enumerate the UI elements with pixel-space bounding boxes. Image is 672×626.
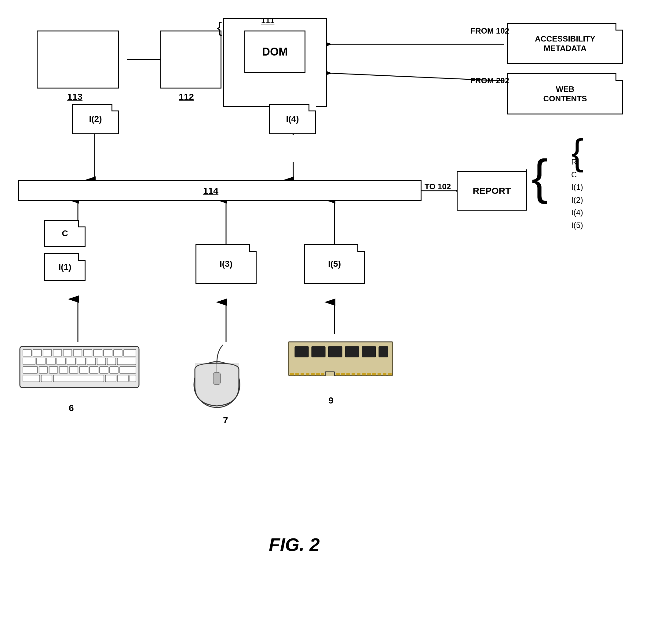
svg-rect-82 <box>357 373 360 375</box>
device6-label: 6 <box>69 403 74 413</box>
svg-rect-51 <box>120 367 136 373</box>
svg-rect-52 <box>23 375 40 382</box>
i1-label: I(1) <box>58 262 71 272</box>
svg-rect-87 <box>383 373 386 375</box>
svg-rect-34 <box>47 358 55 365</box>
diagram: { 113 112 DOM { 111 ACCESSIBILITYMETADAT… <box>0 0 672 626</box>
label-113: 113 <box>67 92 82 102</box>
svg-rect-65 <box>312 346 325 357</box>
to102-label: TO 102 <box>425 182 451 192</box>
svg-rect-80 <box>346 373 350 375</box>
svg-rect-83 <box>362 373 366 375</box>
i4-doc: I(4) <box>269 104 316 134</box>
svg-rect-71 <box>290 373 294 375</box>
svg-rect-35 <box>57 358 65 365</box>
svg-rect-29 <box>103 349 112 356</box>
svg-rect-67 <box>345 346 359 357</box>
svg-rect-33 <box>37 358 45 365</box>
svg-rect-31 <box>124 349 136 356</box>
svg-rect-46 <box>69 367 78 373</box>
svg-rect-23 <box>43 349 52 356</box>
svg-rect-44 <box>49 367 58 373</box>
webcontents-doc: WEBCONTENTS <box>507 73 623 115</box>
svg-rect-45 <box>59 367 68 373</box>
svg-rect-43 <box>39 367 48 373</box>
svg-rect-55 <box>105 375 116 382</box>
mouse-icon <box>189 342 269 403</box>
svg-rect-53 <box>41 375 52 382</box>
svg-rect-56 <box>118 375 128 382</box>
svg-rect-40 <box>107 358 116 365</box>
svg-rect-26 <box>73 349 82 356</box>
from202-label: FROM 202 <box>471 76 509 86</box>
svg-rect-72 <box>295 373 299 375</box>
keyboard-icon <box>18 342 141 397</box>
brace-111: { <box>217 20 222 35</box>
svg-rect-54 <box>53 375 104 382</box>
svg-rect-79 <box>341 373 345 375</box>
svg-rect-86 <box>378 373 381 375</box>
svg-rect-24 <box>53 349 62 356</box>
report-brace: { <box>531 153 548 201</box>
report-doc-fold <box>457 169 527 172</box>
svg-rect-61 <box>213 372 220 384</box>
svg-rect-84 <box>367 373 371 375</box>
i5-doc: I(5) <box>304 244 365 284</box>
c-label: C <box>62 229 68 239</box>
i4-label: I(4) <box>286 114 299 124</box>
c-doc: C <box>44 220 86 247</box>
dom-box: DOM <box>244 30 306 73</box>
svg-rect-88 <box>388 373 391 375</box>
svg-rect-81 <box>352 373 355 375</box>
box-113 <box>37 30 119 89</box>
chip-icon <box>286 330 402 391</box>
svg-rect-30 <box>114 349 122 356</box>
svg-rect-50 <box>110 367 118 373</box>
svg-rect-39 <box>97 358 106 365</box>
i3-doc: I(3) <box>195 244 257 284</box>
svg-rect-64 <box>295 346 309 357</box>
i3-label: I(3) <box>220 259 233 269</box>
svg-rect-36 <box>67 358 75 365</box>
svg-rect-75 <box>311 373 315 375</box>
svg-rect-25 <box>63 349 72 356</box>
webcontents-label: WEBCONTENTS <box>544 84 587 103</box>
report-label: REPORT <box>473 185 511 196</box>
box-114 <box>18 180 422 201</box>
svg-rect-74 <box>306 373 309 375</box>
label-111: 111 <box>261 16 274 25</box>
svg-rect-28 <box>94 349 102 356</box>
svg-rect-42 <box>23 367 38 373</box>
svg-rect-48 <box>90 367 98 373</box>
accessibility-doc: ACCESSIBILITYMETADATA <box>507 23 623 64</box>
svg-rect-27 <box>83 349 92 356</box>
svg-rect-21 <box>23 349 31 356</box>
svg-rect-70 <box>325 372 334 376</box>
brace-content: RCI(1)I(2)I(4)I(5) <box>571 156 583 232</box>
dom-label: DOM <box>262 46 288 58</box>
svg-rect-38 <box>87 358 96 365</box>
i2-label: I(2) <box>89 114 102 124</box>
svg-rect-32 <box>23 358 35 365</box>
report-box: REPORT <box>457 171 527 210</box>
svg-rect-69 <box>379 346 388 357</box>
accessibility-label: ACCESSIBILITYMETADATA <box>535 34 595 53</box>
fig-label: FIG. 2 <box>269 534 320 555</box>
svg-rect-41 <box>117 358 136 365</box>
svg-rect-57 <box>130 375 136 382</box>
svg-rect-47 <box>79 367 88 373</box>
svg-rect-77 <box>321 373 324 375</box>
svg-rect-37 <box>77 358 86 365</box>
svg-rect-68 <box>362 346 376 357</box>
svg-rect-22 <box>33 349 42 356</box>
device9-label: 9 <box>328 395 334 406</box>
from102-label: FROM 102 <box>471 26 509 36</box>
device7-label: 7 <box>223 415 228 425</box>
svg-rect-66 <box>328 346 342 357</box>
i2-doc: I(2) <box>72 104 119 134</box>
label-114: 114 <box>203 185 218 196</box>
svg-rect-73 <box>301 373 304 375</box>
i5-label: I(5) <box>328 259 341 269</box>
svg-rect-76 <box>316 373 320 375</box>
svg-rect-49 <box>100 367 108 373</box>
